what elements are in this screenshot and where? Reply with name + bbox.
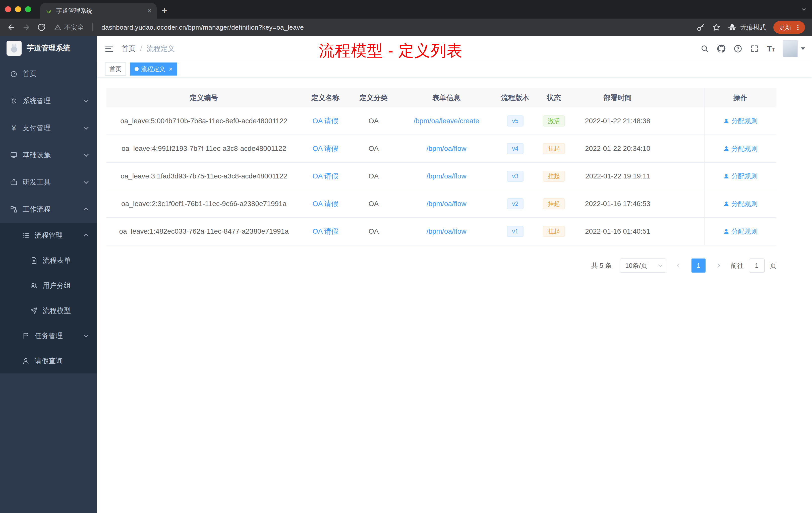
cell-status: 挂起 xyxy=(535,163,573,190)
goto-page-input[interactable] xyxy=(749,259,765,273)
sidebar-item-home[interactable]: 首页 xyxy=(0,60,97,87)
tag-process-definition[interactable]: 流程定义 × xyxy=(130,62,177,76)
font-size-icon[interactable]: TT xyxy=(767,45,775,53)
sidebar-item-user-group[interactable]: 用户分组 xyxy=(0,273,97,298)
sidebar-toggle-button[interactable] xyxy=(97,44,121,54)
sidebar-item-infrastructure[interactable]: 基础设施 xyxy=(0,142,97,169)
password-key-icon[interactable] xyxy=(696,23,705,32)
sidebar-item-payment[interactable]: ¥ 支付管理 xyxy=(0,115,97,142)
reload-button[interactable] xyxy=(37,23,46,32)
cell-form-info: /bpm/oa/flow xyxy=(398,163,495,190)
tag-label: 流程定义 xyxy=(141,65,165,73)
cell-deploy-time: 2022-01-22 21:48:38 xyxy=(573,108,663,135)
assign-rule-button[interactable]: 分配规则 xyxy=(723,200,757,208)
definition-name-link[interactable]: OA 请假 xyxy=(313,116,339,126)
fullscreen-icon[interactable] xyxy=(750,44,759,53)
col-definition-id: 定义编号 xyxy=(107,88,301,108)
minimize-window-button[interactable] xyxy=(15,6,21,12)
definition-name-link[interactable]: OA 请假 xyxy=(313,172,339,181)
user-icon xyxy=(723,173,729,179)
avatar xyxy=(783,40,798,57)
tag-close-icon[interactable]: × xyxy=(169,66,173,72)
menu-label: 流程模型 xyxy=(43,306,71,315)
new-tab-button[interactable]: + xyxy=(162,5,167,16)
chevron-down-icon xyxy=(658,263,663,267)
navbar-actions: TT xyxy=(700,40,812,57)
definition-name-link[interactable]: OA 请假 xyxy=(313,199,339,209)
close-window-button[interactable] xyxy=(5,6,11,12)
form-link[interactable]: /bpm/oa/flow xyxy=(427,228,466,235)
cell-definition-name: OA 请假 xyxy=(301,163,349,190)
table-row: oa_leave:4:991f2193-7b7f-11ec-a3c8-acde4… xyxy=(107,135,776,163)
app: 芋道管理系统 首页 系统管理 ¥ 支付管理 基础设施 xyxy=(0,36,812,513)
assign-rule-button[interactable]: 分配规则 xyxy=(723,172,757,181)
assign-rule-button[interactable]: 分配规则 xyxy=(723,144,757,153)
form-link[interactable]: /bpm/oa/leave/create xyxy=(413,117,479,125)
help-icon[interactable] xyxy=(734,44,742,53)
github-icon[interactable] xyxy=(717,44,726,53)
sidebar-item-workflow[interactable]: 工作流程 xyxy=(0,196,97,223)
cell-definition-id: oa_leave:4:991f2193-7b7f-11ec-a3c8-acde4… xyxy=(107,135,301,163)
sidebar-item-process-model[interactable]: 流程模型 xyxy=(0,298,97,323)
form-link[interactable]: /bpm/oa/flow xyxy=(427,145,466,153)
dashboard-icon xyxy=(10,70,18,78)
forward-button[interactable] xyxy=(22,23,31,32)
definition-name-link[interactable]: OA 请假 xyxy=(313,144,339,153)
page-size-select[interactable]: 10条/页 xyxy=(620,259,666,273)
browser-menu-icon[interactable] xyxy=(794,24,802,31)
tab-title: 芋道管理系统 xyxy=(56,7,143,15)
bookmark-star-icon[interactable] xyxy=(712,23,721,32)
zoom-window-button[interactable] xyxy=(25,6,31,12)
sidebar-logo[interactable]: 芋道管理系统 xyxy=(0,36,97,60)
browser-tab[interactable]: 芋道管理系统 × xyxy=(40,3,157,19)
site-security-chip[interactable]: 不安全 xyxy=(54,23,84,32)
breadcrumb: 首页 / 流程定义 xyxy=(121,44,175,54)
sidebar-item-devtools[interactable]: 研发工具 xyxy=(0,169,97,196)
col-status: 状态 xyxy=(535,88,573,108)
breadcrumb-home[interactable]: 首页 xyxy=(121,44,136,54)
form-link[interactable]: /bpm/oa/flow xyxy=(427,172,466,180)
cell-status: 挂起 xyxy=(535,218,573,245)
assign-rule-button[interactable]: 分配规则 xyxy=(723,117,757,125)
prev-page-button[interactable] xyxy=(671,259,686,273)
browser-update-button[interactable]: 更新 xyxy=(773,21,805,34)
sidebar-item-process-management[interactable]: 流程管理 xyxy=(0,223,97,248)
cell-actions: 分配规则 xyxy=(704,190,776,218)
page-number-button[interactable]: 1 xyxy=(692,259,705,273)
sidebar-item-system[interactable]: 系统管理 xyxy=(0,87,97,115)
col-actions: 操作 xyxy=(704,88,776,108)
tag-home[interactable]: 首页 xyxy=(105,62,126,76)
breadcrumb-current: 流程定义 xyxy=(147,44,175,54)
col-deploy-time: 部署时间 xyxy=(573,88,663,108)
status-badge: 挂起 xyxy=(543,198,565,209)
sidebar-item-leave-query[interactable]: 请假查询 xyxy=(0,349,97,373)
back-button[interactable] xyxy=(7,23,16,32)
definition-name-link[interactable]: OA 请假 xyxy=(313,227,339,236)
assign-rule-button[interactable]: 分配规则 xyxy=(723,227,757,236)
menu-label: 研发工具 xyxy=(23,177,51,187)
workflow-icon xyxy=(10,206,18,213)
tab-search-caret-icon[interactable] xyxy=(801,6,807,12)
sidebar-item-process-form[interactable]: 流程表单 xyxy=(0,248,97,273)
workflow-submenu: 流程管理 流程表单 用户分组 流程模型 任务管理 xyxy=(0,223,97,373)
pagination-total: 共 5 条 xyxy=(591,261,612,270)
user-menu[interactable] xyxy=(783,40,805,57)
url-text[interactable]: dashboard.yudao.iocoder.cn/bpm/manager/d… xyxy=(102,24,304,31)
col-definition-name: 定义名称 xyxy=(301,88,349,108)
sidebar-item-task-management[interactable]: 任务管理 xyxy=(0,323,97,349)
version-badge: v4 xyxy=(507,143,523,154)
version-badge: v5 xyxy=(507,116,523,126)
search-icon[interactable] xyxy=(700,44,709,53)
cell-version: v4 xyxy=(495,135,535,163)
tab-close-icon[interactable]: × xyxy=(147,7,152,14)
cell-form-info: /bpm/oa/flow xyxy=(398,190,495,218)
form-link[interactable]: /bpm/oa/flow xyxy=(427,200,466,208)
cell-status: 挂起 xyxy=(535,135,573,163)
url-divider xyxy=(92,23,93,31)
user-icon xyxy=(723,118,729,124)
cell-filler xyxy=(663,163,704,190)
menu-label: 任务管理 xyxy=(35,331,63,340)
next-page-button[interactable] xyxy=(712,259,726,273)
menu-label: 工作流程 xyxy=(23,205,51,214)
main: 流程模型 - 定义列表 首页 / 流程定义 TT xyxy=(97,36,812,513)
